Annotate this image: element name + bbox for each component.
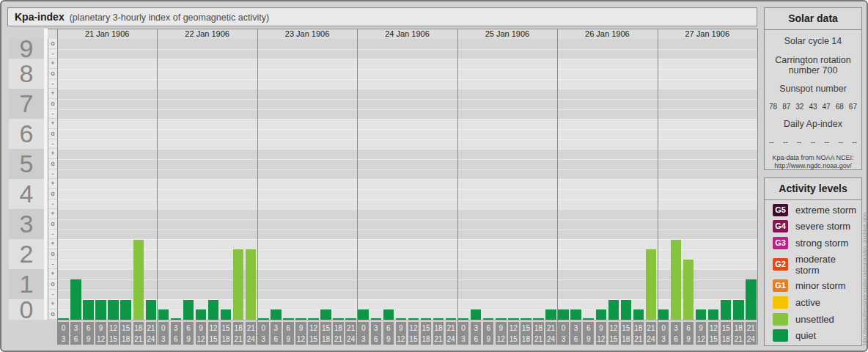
chart-plot-area — [57, 39, 757, 320]
kp-bar-1+ — [70, 279, 81, 320]
subtick: - — [48, 139, 57, 150]
hour-end: 15 — [608, 334, 619, 345]
hour-label: 69 — [383, 322, 394, 345]
hour-start: 9 — [95, 323, 106, 334]
y-band-0: 0 — [9, 299, 44, 319]
y-band-2: 2 — [9, 239, 44, 269]
hour-label: 2124 — [345, 322, 356, 345]
legend-swatch-g3: G3 — [773, 237, 788, 249]
kp-bar-1- — [146, 300, 156, 320]
hour-start: 18 — [333, 323, 343, 334]
hour-end: 3 — [358, 334, 368, 345]
gridline — [57, 129, 757, 130]
hour-end: 15 — [308, 334, 318, 345]
hour-start: 0 — [558, 323, 568, 334]
kp-band-4 — [57, 179, 757, 209]
x-axis-hour-labels: 0336699121215151818212124033669912121515… — [57, 322, 757, 345]
hour-label: 69 — [283, 322, 293, 345]
date-label: 26 Jan 1906 — [557, 29, 657, 39]
gridline — [57, 209, 757, 210]
hour-label: 1518 — [221, 322, 231, 345]
hour-label: 1518 — [721, 322, 731, 345]
solar-cycle: Solar cycle 14 — [765, 36, 861, 46]
gridline — [57, 69, 757, 70]
hour-start: 12 — [608, 323, 619, 334]
plot-left-edge — [57, 29, 58, 345]
hour-start: 15 — [721, 323, 731, 334]
date-label: 24 Jan 1906 — [357, 29, 457, 39]
hour-label: 1821 — [533, 322, 543, 345]
hour-end: 24 — [446, 334, 456, 345]
gridline — [57, 179, 757, 180]
hour-start: 21 — [545, 323, 556, 334]
y-band-6: 6 — [9, 119, 44, 149]
subtick: - — [48, 230, 57, 240]
hour-label: 1518 — [621, 322, 631, 345]
hour-start: 18 — [733, 323, 743, 334]
y-band-9: 9 — [9, 39, 44, 59]
day-separator — [457, 29, 458, 345]
legend-swatch-quiet — [773, 329, 788, 342]
hour-start: 21 — [246, 323, 256, 334]
hour-end: 24 — [545, 334, 556, 345]
hour-start: 18 — [433, 323, 444, 334]
date-label: 21 Jan 1906 — [57, 29, 157, 39]
hour-start: 15 — [621, 323, 631, 334]
kp-bar-0+ — [558, 309, 568, 320]
hour-label: 912 — [295, 322, 306, 345]
hour-end: 15 — [408, 334, 419, 345]
kp-bar-0o — [583, 318, 593, 320]
hour-end: 6 — [371, 334, 381, 345]
subtick: - — [48, 109, 57, 120]
y-axis-label-6: 6 — [9, 119, 44, 149]
hour-label: 2124 — [646, 322, 656, 345]
hour-start: 12 — [708, 323, 718, 334]
hour-end: 15 — [108, 334, 118, 345]
hour-end: 3 — [58, 334, 68, 345]
legend-swatch-g5: G5 — [773, 204, 788, 216]
date-label: 23 Jan 1906 — [257, 29, 357, 39]
legend-swatch-unsettled — [773, 313, 788, 326]
hour-end: 18 — [421, 334, 431, 345]
legend-swatch-g4: G4 — [773, 220, 788, 232]
hour-start: 21 — [646, 323, 656, 334]
kp-bar-0+ — [358, 309, 368, 320]
hour-label: 912 — [396, 322, 406, 345]
chart-title: Kpa-index — [15, 11, 65, 23]
activity-levels-legend: G5extreme storm G4severe storm G3strong … — [765, 200, 861, 347]
gridline — [57, 79, 757, 80]
kp-bar-0+ — [696, 309, 706, 320]
gridline — [57, 159, 757, 160]
subtick: + — [48, 89, 57, 99]
hour-start: 15 — [221, 323, 231, 334]
kp-bar-2+ — [246, 249, 256, 320]
gridline — [57, 89, 757, 89]
hour-end: 3 — [158, 334, 169, 345]
legend-row: G3strong storm — [773, 237, 861, 249]
kp-bar-0+ — [196, 309, 206, 320]
gridline — [57, 239, 757, 240]
activity-levels-title: Activity levels — [765, 178, 861, 200]
kp-bar-1- — [721, 300, 731, 320]
hour-label: 36 — [271, 322, 281, 345]
chart-title-bar: Kpa-index(planetary 3-hourly index of ge… — [7, 7, 757, 26]
subtick: o — [48, 219, 57, 230]
y-band-7: 7 — [9, 89, 44, 119]
hour-end: 9 — [83, 334, 93, 345]
subtick: + — [48, 119, 57, 129]
kp-bar-1- — [183, 300, 194, 320]
kp-bar-0o — [283, 318, 293, 320]
hour-label: 912 — [496, 322, 506, 345]
hour-start: 12 — [308, 323, 318, 334]
hour-label: 2124 — [446, 322, 456, 345]
hour-end: 9 — [483, 334, 493, 345]
subtick: + — [48, 179, 57, 189]
gridline — [57, 99, 757, 100]
hour-end: 24 — [345, 334, 356, 345]
y-axis-subticks: o-+o-+o-+o-+o-+o-+o-+o-+o-+o — [48, 39, 57, 320]
subtick: - — [48, 199, 57, 210]
hour-start: 15 — [421, 323, 431, 334]
subtick: - — [48, 79, 57, 89]
gridline — [57, 59, 757, 59]
kp-bar-2o — [683, 260, 694, 320]
